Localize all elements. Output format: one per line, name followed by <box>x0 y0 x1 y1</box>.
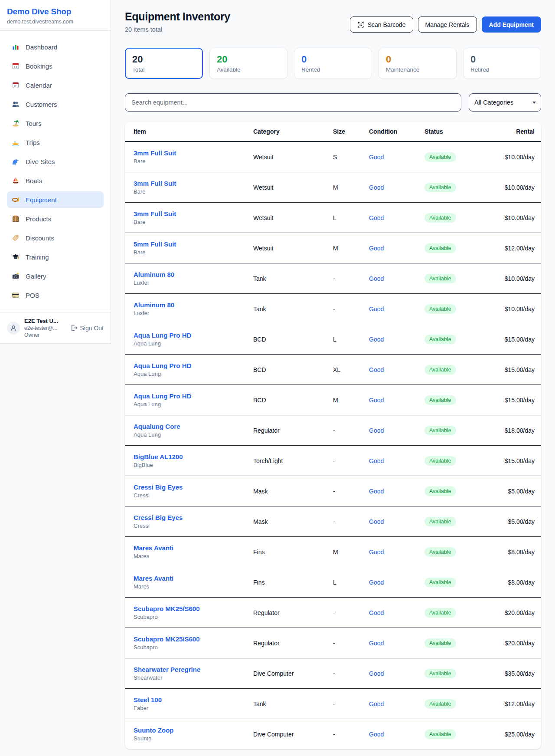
item-brand: Bare <box>134 188 253 195</box>
item-name-link[interactable]: Aqua Lung Pro HD <box>134 392 253 400</box>
item-brand: Luxfer <box>134 279 253 286</box>
condition-link[interactable]: Good <box>369 670 424 677</box>
rental-cell: $12.00/day <box>492 700 535 707</box>
condition-link[interactable]: Good <box>369 427 424 434</box>
item-name-link[interactable]: Aluminum 80 <box>134 271 253 278</box>
condition-link[interactable]: Good <box>369 731 424 738</box>
sidebar-item-label: Equipment <box>26 196 57 204</box>
sidebar-item-boats[interactable]: Boats <box>7 172 104 189</box>
status-badge: Available <box>424 638 456 648</box>
sidebar-item-calendar[interactable]: Calendar <box>7 77 104 93</box>
condition-link[interactable]: Good <box>369 549 424 555</box>
sidebar-item-label: Boats <box>26 177 42 184</box>
sidebar-item-tours[interactable]: Tours <box>7 115 104 131</box>
column-header-rental: Rental <box>492 128 535 135</box>
item-brand: Luxfer <box>134 310 253 316</box>
rental-cell: $15.00/day <box>492 366 535 373</box>
sidebar-item-dashboard[interactable]: Dashboard <box>7 39 104 55</box>
sidebar-item-discounts[interactable]: Discounts <box>7 230 104 246</box>
sidebar-item-dive-sites[interactable]: Dive Sites <box>7 153 104 170</box>
add-equipment-button[interactable]: Add Equipment <box>482 16 541 33</box>
sign-out-button[interactable]: Sign Out <box>70 324 104 332</box>
user-name: E2E Test U... <box>24 318 66 324</box>
rental-cell: $10.00/day <box>492 184 535 191</box>
condition-link[interactable]: Good <box>369 579 424 586</box>
status-cell: Available <box>424 638 492 648</box>
condition-link[interactable]: Good <box>369 275 424 282</box>
item-name-link[interactable]: Aqua Lung Pro HD <box>134 332 253 339</box>
condition-link[interactable]: Good <box>369 245 424 252</box>
item-name-link[interactable]: Aluminum 80 <box>134 301 253 309</box>
condition-link[interactable]: Good <box>369 609 424 616</box>
status-cell: Available <box>424 699 492 709</box>
item-name-link[interactable]: 5mm Full Suit <box>134 240 253 248</box>
status-badge: Available <box>424 517 456 526</box>
avatar <box>7 322 20 335</box>
calendar-icon <box>12 81 20 89</box>
category-cell: Fins <box>253 549 333 555</box>
item-cell: Suunto Zoop Suunto <box>134 726 253 742</box>
item-brand: Bare <box>134 219 253 225</box>
condition-link[interactable]: Good <box>369 700 424 707</box>
condition-link[interactable]: Good <box>369 366 424 373</box>
item-name-link[interactable]: Cressi Big Eyes <box>134 483 253 491</box>
user-section: E2E Test U... e2e-tester@... Owner Sign … <box>0 312 111 343</box>
sidebar-item-equipment[interactable]: Equipment <box>7 191 104 208</box>
size-cell: L <box>333 336 369 343</box>
item-name-link[interactable]: Scubapro MK25/S600 <box>134 605 253 612</box>
condition-link[interactable]: Good <box>369 457 424 464</box>
category-cell: Dive Computer <box>253 731 333 738</box>
manage-rentals-button[interactable]: Manage Rentals <box>418 16 477 33</box>
sidebar-item-pos[interactable]: POS <box>7 287 104 303</box>
condition-link[interactable]: Good <box>369 336 424 343</box>
item-name-link[interactable]: 3mm Full Suit <box>134 149 253 157</box>
stats-row: 20 Total 20 Available 0 Rented 0 Mainten… <box>125 48 541 79</box>
stat-card-retired[interactable]: 0 Retired <box>463 48 541 79</box>
item-name-link[interactable]: 3mm Full Suit <box>134 210 253 217</box>
item-name-link[interactable]: Suunto Zoop <box>134 726 253 734</box>
item-name-link[interactable]: Mares Avanti <box>134 544 253 552</box>
stat-card-available[interactable]: 20 Available <box>209 48 287 79</box>
condition-link[interactable]: Good <box>369 306 424 312</box>
condition-link[interactable]: Good <box>369 184 424 191</box>
size-cell: M <box>333 184 369 191</box>
condition-link[interactable]: Good <box>369 518 424 525</box>
sidebar-item-products[interactable]: Products <box>7 210 104 227</box>
status-badge: Available <box>424 152 456 162</box>
column-header-category: Category <box>253 128 333 135</box>
sidebar-item-trips[interactable]: Trips <box>7 134 104 151</box>
category-select[interactable]: All Categories <box>469 93 541 112</box>
page-heading-block: Equipment Inventory 20 items total <box>125 10 230 33</box>
item-cell: Aqua Lung Pro HD Aqua Lung <box>134 332 253 347</box>
status-badge: Available <box>424 730 456 739</box>
user-email: e2e-tester@... <box>24 325 66 331</box>
stat-card-maintenance[interactable]: 0 Maintenance <box>379 48 457 79</box>
rental-cell: $5.00/day <box>492 518 535 525</box>
brand: Demo Dive Shop demo.test.divestreams.com <box>0 0 111 30</box>
item-name-link[interactable]: Aqualung Core <box>134 423 253 430</box>
scan-barcode-button[interactable]: Scan Barcode <box>350 16 413 33</box>
condition-link[interactable]: Good <box>369 488 424 495</box>
sidebar-item-gallery[interactable]: Gallery <box>7 268 104 284</box>
item-name-link[interactable]: Shearwater Peregrine <box>134 666 253 673</box>
condition-link[interactable]: Good <box>369 214 424 221</box>
sidebar-item-training[interactable]: Training <box>7 249 104 265</box>
sidebar-item-customers[interactable]: Customers <box>7 96 104 112</box>
condition-link[interactable]: Good <box>369 154 424 161</box>
rental-cell: $12.00/day <box>492 245 535 252</box>
category-cell: BCD <box>253 366 333 373</box>
sidebar-item-bookings[interactable]: 17 Bookings <box>7 58 104 74</box>
item-name-link[interactable]: BigBlue AL1200 <box>134 453 253 460</box>
search-input[interactable] <box>125 93 461 112</box>
item-name-link[interactable]: Steel 100 <box>134 696 253 703</box>
stat-card-rented[interactable]: 0 Rented <box>294 48 372 79</box>
item-name-link[interactable]: Mares Avanti <box>134 575 253 582</box>
item-name-link[interactable]: 3mm Full Suit <box>134 180 253 187</box>
item-cell: Aluminum 80 Luxfer <box>134 301 253 316</box>
stat-card-total[interactable]: 20 Total <box>125 48 203 79</box>
condition-link[interactable]: Good <box>369 640 424 647</box>
item-name-link[interactable]: Aqua Lung Pro HD <box>134 362 253 369</box>
condition-link[interactable]: Good <box>369 397 424 404</box>
item-name-link[interactable]: Scubapro MK25/S600 <box>134 635 253 643</box>
item-name-link[interactable]: Cressi Big Eyes <box>134 514 253 521</box>
